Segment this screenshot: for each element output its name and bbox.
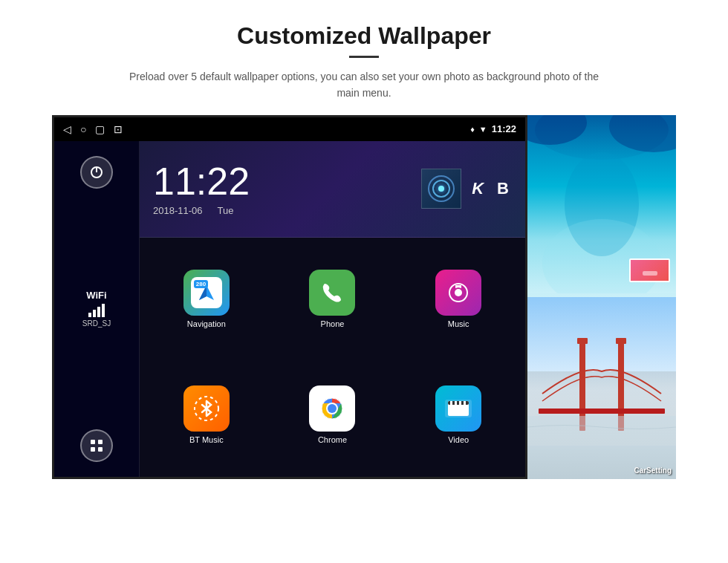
app-video-label: Video	[448, 435, 469, 444]
music-icon	[435, 270, 481, 316]
power-button[interactable]	[80, 156, 113, 189]
app-chrome[interactable]: Chrome	[272, 359, 394, 471]
signal-app-icon[interactable]	[421, 169, 461, 209]
app-navigation-label: Navigation	[187, 319, 226, 328]
android-content: WiFi SRD_SJ	[54, 141, 525, 477]
title-divider	[349, 56, 379, 58]
wifi-label: WiFi	[82, 290, 111, 301]
wifi-section: WiFi SRD_SJ	[82, 290, 111, 328]
app-bt-music-label: BT Music	[189, 435, 224, 444]
svg-rect-4	[91, 447, 95, 452]
wifi-status-icon: ▼	[479, 125, 487, 134]
app-phone[interactable]: Phone	[272, 244, 394, 355]
page-title: Customized Wallpaper	[119, 22, 609, 50]
svg-rect-18	[455, 401, 457, 405]
navigation-icon-inner: 280	[191, 277, 222, 308]
recents-icon[interactable]: ▢	[95, 123, 105, 135]
wifi-ssid: SRD_SJ	[82, 319, 111, 328]
app-video[interactable]: Video	[397, 359, 519, 471]
app-bt-music[interactable]: BT Music	[146, 359, 267, 471]
clock-date-value: 2018-11-06	[153, 205, 203, 216]
svg-rect-17	[450, 401, 452, 405]
clock-day: Tue	[218, 205, 234, 216]
b-icon[interactable]: B	[494, 179, 512, 198]
ice-cave-bg	[527, 115, 676, 297]
svg-rect-3	[98, 440, 103, 444]
status-left: ◁ ○ ▢ ⊡	[63, 123, 123, 135]
clock-date: 2018-11-06 Tue	[153, 205, 250, 216]
clock-time: 11:22	[153, 162, 250, 201]
wallpaper-previews: CarSetting	[527, 115, 676, 479]
svg-rect-32	[616, 338, 626, 344]
status-time: 11:22	[492, 123, 516, 134]
nav-badge: 280	[194, 280, 208, 288]
page-container: Customized Wallpaper Preload over 5 defa…	[0, 0, 728, 563]
bt-music-icon	[183, 385, 230, 432]
svg-point-7	[455, 289, 462, 296]
apps-grid-button[interactable]	[80, 429, 113, 462]
svg-rect-20	[464, 401, 466, 405]
clock-icons: K B	[421, 169, 512, 209]
kodi-icon[interactable]: K	[469, 179, 487, 198]
wifi-bar-1	[88, 313, 91, 317]
navigation-icon: 280	[183, 270, 230, 316]
app-chrome-label: Chrome	[318, 435, 347, 444]
app-navigation[interactable]: 280 Navigation	[146, 244, 267, 355]
app-phone-label: Phone	[321, 319, 345, 328]
page-subtitle: Preload over 5 default wallpaper options…	[119, 68, 609, 102]
clock-info: 11:22 2018-11-06 Tue	[153, 162, 250, 216]
svg-rect-5	[98, 447, 103, 452]
svg-rect-19	[459, 401, 461, 405]
svg-rect-2	[91, 440, 95, 444]
back-icon[interactable]: ◁	[63, 123, 71, 135]
wifi-bar-4	[102, 304, 105, 317]
center-content: 11:22 2018-11-06 Tue	[140, 141, 525, 477]
wallpaper-bridge-label: CarSetting	[634, 466, 672, 475]
svg-rect-31	[577, 338, 588, 344]
screenshot-icon[interactable]: ⊡	[114, 123, 123, 135]
bridge-bg: CarSetting	[527, 297, 676, 479]
heading-section: Customized Wallpaper Preload over 5 defa…	[119, 22, 609, 102]
status-bar: ◁ ○ ▢ ⊡ ♦ ▼ 11:22	[54, 117, 525, 141]
svg-rect-33	[539, 409, 665, 414]
wifi-bars	[82, 304, 111, 317]
chrome-icon	[309, 385, 355, 432]
location-icon: ♦	[470, 125, 475, 134]
app-music[interactable]: Music	[397, 244, 519, 355]
wallpaper-ice[interactable]	[527, 115, 676, 297]
wallpaper-bridge[interactable]: CarSetting	[527, 297, 676, 479]
android-screen: ◁ ○ ▢ ⊡ ♦ ▼ 11:22	[52, 115, 527, 479]
svg-point-12	[328, 404, 337, 413]
clock-area: 11:22 2018-11-06 Tue	[140, 141, 525, 238]
video-icon	[435, 385, 481, 432]
wifi-bar-3	[97, 307, 100, 317]
wifi-bar-2	[93, 310, 96, 317]
app-music-label: Music	[448, 319, 469, 328]
screen-area: ◁ ○ ▢ ⊡ ♦ ▼ 11:22	[52, 115, 676, 479]
phone-icon	[309, 270, 355, 316]
status-right: ♦ ▼ 11:22	[470, 123, 516, 134]
apps-area: 280 Navigation	[140, 238, 525, 477]
home-icon[interactable]: ○	[80, 123, 86, 135]
left-sidebar: WiFi SRD_SJ	[54, 141, 140, 477]
